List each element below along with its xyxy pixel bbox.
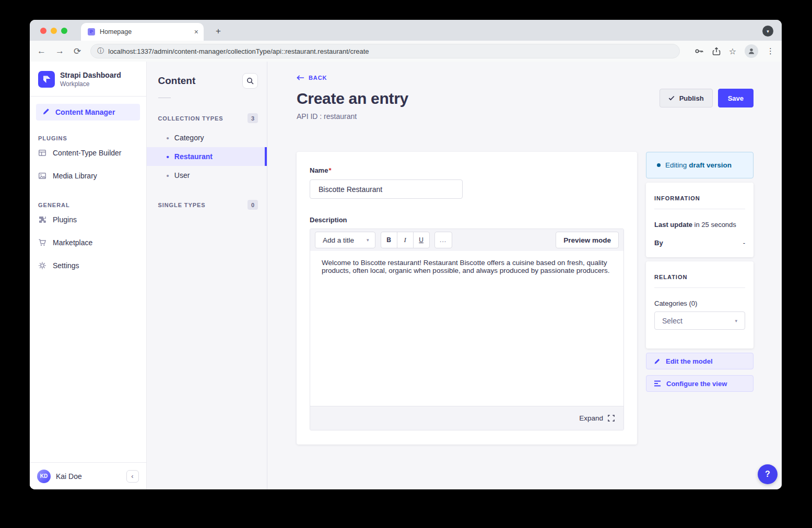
categories-select[interactable]: Select ▾ [654, 311, 745, 330]
collapse-sidebar-button[interactable]: ‹ [126, 470, 139, 483]
subnav-item-label: User [174, 171, 190, 179]
sidebar-item-content-manager[interactable]: Content Manager [36, 104, 140, 121]
format-button-group: B I U [381, 232, 430, 248]
strapi-logo [38, 71, 55, 88]
collection-types-group: COLLECTION TYPES 3 • Category • Restaura… [147, 113, 267, 185]
expand-label: Expand [579, 414, 603, 422]
draft-text-regular: Editing [665, 161, 687, 169]
bold-button[interactable]: B [381, 232, 397, 248]
header-actions: Publish Save [660, 89, 754, 107]
count-badge: 3 [248, 113, 258, 123]
sidebar-item-label: Content-Type Builder [53, 149, 122, 157]
image-icon [38, 172, 46, 180]
browser-toolbar: ← → ⟳ ⓘ localhost:1337/admin/content-man… [30, 41, 782, 62]
search-button[interactable] [242, 73, 258, 89]
browser-menu-icon[interactable]: ⋮ [767, 46, 774, 56]
collection-types-list: • Category • Restaurant • User [147, 128, 267, 185]
sidebar-item-plugins[interactable]: Plugins [30, 208, 146, 231]
sidebar-item-marketplace[interactable]: Marketplace [30, 231, 146, 254]
subnav-item-restaurant[interactable]: • Restaurant [147, 147, 267, 166]
italic-button[interactable]: I [397, 232, 414, 248]
gear-icon [38, 261, 46, 270]
sidebar-section-plugins: PLUGINS Content-Type Builder Media Libra… [30, 135, 146, 187]
browser-profile-avatar[interactable] [745, 44, 758, 58]
draft-text-bold: draft version [689, 161, 732, 169]
page-header: Create an entry API ID : restaurant Publ… [297, 90, 754, 121]
new-tab-button[interactable]: + [211, 25, 225, 38]
required-asterisk: * [328, 166, 331, 174]
divider [654, 209, 745, 209]
avatar: KD [37, 470, 51, 483]
window-controls [40, 28, 67, 34]
save-button[interactable]: Save [718, 89, 754, 107]
draft-banner-text: Editing draft version [665, 161, 732, 169]
sidebar-item-label: Settings [53, 261, 79, 270]
sidebar-item-content-type-builder[interactable]: Content-Type Builder [30, 141, 146, 164]
search-tabs-button[interactable]: ▾ [762, 26, 773, 37]
caret-down-icon: ▾ [767, 29, 769, 34]
bookmark-star-icon[interactable]: ☆ [729, 46, 736, 56]
caret-down-icon: ▾ [735, 318, 737, 323]
subnav-item-category[interactable]: • Category [147, 128, 267, 147]
last-update-row: Last update in 25 seconds [654, 221, 745, 229]
browser-tabstrip: Homepage × + ▾ [30, 20, 782, 41]
address-bar[interactable]: ⓘ localhost:1337/admin/content-manager/c… [90, 44, 679, 58]
publish-button[interactable]: Publish [660, 89, 713, 107]
editor-content[interactable]: Welcome to Biscotte restaurant! Restaura… [310, 251, 623, 406]
count-badge: 0 [248, 200, 258, 210]
sidebar-section-general: GENERAL Plugins Marketplace [30, 202, 146, 277]
help-button[interactable]: ? [758, 464, 778, 484]
sidebar-item-label: Plugins [53, 215, 77, 224]
sidebar-item-label: Content Manager [55, 108, 115, 116]
password-key-icon[interactable] [695, 47, 704, 55]
add-title-label: Add a title [323, 236, 354, 244]
edit-model-label: Edit the model [666, 357, 713, 365]
preview-mode-button[interactable]: Preview mode [556, 232, 619, 248]
group-label: SINGLE TYPES [158, 202, 206, 208]
sidebar-item-settings[interactable]: Settings [30, 254, 146, 277]
brand-text: Strapi Dashboard Workplace [60, 71, 121, 88]
back-link[interactable]: BACK [297, 75, 754, 81]
by-value: - [743, 239, 745, 247]
sidebar-item-media-library[interactable]: Media Library [30, 164, 146, 187]
preview-mode-label: Preview mode [563, 236, 611, 244]
last-update-value: in 25 seconds [695, 221, 736, 229]
underline-button[interactable]: U [413, 232, 430, 248]
publish-label: Publish [679, 94, 704, 102]
rich-text-editor: Add a title ▾ B I U ... Preview mode [310, 229, 624, 430]
user-name: Kai Doe [56, 472, 82, 481]
editor-footer: Expand [310, 406, 623, 430]
brand-block[interactable]: Strapi Dashboard Workplace [30, 62, 146, 97]
browser-reload-button[interactable]: ⟳ [74, 46, 81, 57]
more-formats-button[interactable]: ... [434, 232, 452, 248]
add-title-dropdown[interactable]: Add a title ▾ [315, 232, 375, 248]
minimize-window-button[interactable] [51, 28, 57, 34]
browser-tab[interactable]: Homepage × [81, 23, 204, 41]
subnav-item-user[interactable]: • User [147, 166, 267, 185]
site-info-icon[interactable]: ⓘ [97, 46, 104, 56]
brand-subtitle: Workplace [60, 80, 121, 88]
description-field-label: Description [310, 216, 624, 224]
configure-view-button[interactable]: Configure the view [646, 375, 754, 392]
bullet-icon: • [167, 134, 169, 142]
single-types-header: SINGLE TYPES 0 [147, 200, 267, 210]
close-window-button[interactable] [40, 28, 46, 34]
content-subnav: Content COLLECTION TYPES 3 • Category [147, 62, 267, 489]
strapi-app: Strapi Dashboard Workplace Content Manag… [30, 62, 782, 489]
caret-down-icon: ▾ [367, 237, 369, 243]
divider [654, 287, 745, 288]
tab-close-icon[interactable]: × [194, 28, 198, 36]
expand-icon[interactable] [608, 415, 615, 422]
browser-forward-button[interactable]: → [55, 46, 64, 56]
api-id-subtitle: API ID : restaurant [297, 112, 754, 121]
edit-model-button[interactable]: Edit the model [646, 353, 754, 369]
section-label: GENERAL [30, 202, 146, 208]
information-card: INFORMATION Last update in 25 seconds By… [646, 183, 754, 257]
name-input[interactable] [310, 179, 463, 199]
back-label: BACK [309, 75, 327, 81]
browser-back-button[interactable]: ← [37, 46, 46, 56]
zoom-window-button[interactable] [61, 28, 67, 34]
share-icon[interactable] [712, 47, 721, 56]
strapi-favicon-icon [87, 28, 96, 36]
subnav-item-label: Category [174, 134, 204, 142]
